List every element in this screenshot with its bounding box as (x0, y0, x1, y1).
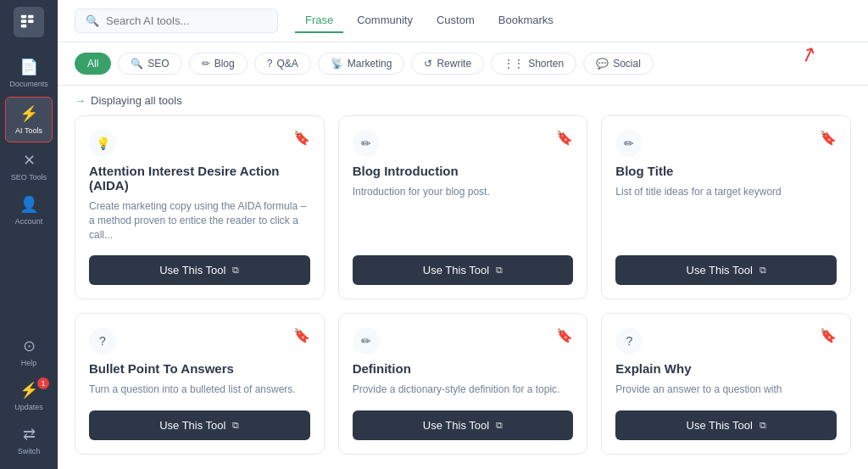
external-link-icon: ⧉ (760, 265, 766, 276)
use-tool-button[interactable]: Use This Tool ⧉ (353, 410, 574, 440)
card-icon: ? (89, 327, 116, 355)
card-title: Blog Title (615, 164, 837, 178)
use-tool-label: Use This Tool (159, 419, 225, 432)
filter-seo[interactable]: 🔍 SEO (118, 53, 181, 75)
card-description: Provide an answer to a question with (615, 382, 837, 397)
seo-filter-icon: 🔍 (131, 58, 143, 70)
shorten-filter-icon: ⋮⋮ (504, 58, 524, 70)
sidebar-item-ai-tools[interactable]: ⚡ AI Tools (5, 97, 53, 142)
bookmark-icon[interactable]: 🔖 (820, 130, 837, 146)
account-icon: 👤 (19, 195, 38, 214)
use-tool-label: Use This Tool (423, 419, 489, 432)
sidebar-item-seo-tools[interactable]: ✕ SEO Tools (0, 144, 58, 188)
filter-rewrite[interactable]: ↺ Rewrite (411, 53, 484, 75)
cards-grid: 💡 🔖 Attention Interest Desire Action (AI… (58, 115, 868, 469)
card-icon: ? (615, 327, 643, 355)
search-icon: 🔍 (86, 14, 99, 27)
svg-rect-2 (21, 25, 26, 28)
card-description: Introduction for your blog post. (353, 185, 574, 242)
filter-shorten[interactable]: ⋮⋮ Shorten (491, 53, 576, 75)
card-definition: ✏ 🔖 Definition Provide a dictionary-styl… (338, 313, 588, 455)
card-bullet-point: ? 🔖 Bullet Point To Answers Turn a quest… (75, 313, 325, 455)
filter-blog[interactable]: ✏ Blog (189, 53, 248, 75)
bookmark-icon[interactable]: 🔖 (556, 327, 573, 343)
sidebar-item-account[interactable]: 👤 Account (0, 188, 58, 232)
marketing-filter-label: Marketing (348, 58, 392, 70)
rewrite-filter-label: Rewrite (437, 58, 471, 70)
filter-all[interactable]: All (75, 53, 111, 75)
card-explain-why: ? 🔖 Explain Why Provide an answer to a q… (601, 313, 851, 455)
external-link-icon: ⧉ (496, 265, 503, 276)
bookmark-icon[interactable]: 🔖 (293, 130, 310, 146)
main-content: ↗ 🔍 Frase Community Custom Bookmarks All… (58, 0, 868, 469)
bookmark-icon[interactable]: 🔖 (293, 327, 310, 343)
bookmark-icon[interactable]: 🔖 (556, 130, 573, 146)
search-box[interactable]: 🔍 (75, 8, 278, 33)
switch-icon: ⇄ (23, 425, 36, 444)
card-blog-intro: ✏ 🔖 Blog Introduction Introduction for y… (338, 115, 588, 299)
header: 🔍 Frase Community Custom Bookmarks (58, 0, 868, 42)
filter-qa[interactable]: ? Q&A (254, 53, 311, 75)
tab-custom[interactable]: Custom (426, 8, 485, 33)
use-tool-button[interactable]: Use This Tool ⧉ (89, 255, 310, 285)
tab-frase[interactable]: Frase (295, 8, 343, 33)
documents-icon: 📄 (19, 58, 38, 76)
use-tool-button[interactable]: Use This Tool ⧉ (89, 410, 310, 440)
sidebar-item-updates-wrapper: ⚡ Updates 1 (0, 374, 58, 418)
svg-rect-3 (28, 15, 33, 19)
displaying-row: → Displaying all tools (58, 86, 868, 115)
rewrite-filter-icon: ↺ (424, 58, 432, 70)
nav-tabs: Frase Community Custom Bookmarks (295, 8, 564, 33)
use-tool-button[interactable]: Use This Tool ⧉ (353, 255, 574, 285)
card-title: Definition (353, 361, 574, 376)
external-link-icon: ⧉ (760, 420, 766, 431)
card-header: ✏ 🔖 (615, 130, 837, 157)
search-input[interactable] (106, 14, 267, 27)
tab-community[interactable]: Community (347, 8, 423, 33)
display-text: Displaying all tools (91, 94, 182, 107)
card-title: Explain Why (615, 361, 837, 376)
qa-filter-label: Q&A (276, 58, 298, 70)
use-tool-button[interactable]: Use This Tool ⧉ (615, 255, 837, 285)
sidebar-item-documents[interactable]: 📄 Documents (0, 51, 58, 95)
filter-social[interactable]: 💬 Social (583, 53, 654, 75)
card-description: Turn a question into a bulleted list of … (89, 382, 310, 397)
card-header: 💡 🔖 (89, 130, 310, 157)
sidebar-item-label: Updates (14, 403, 43, 411)
card-title: Attention Interest Desire Action (AIDA) (89, 164, 310, 193)
card-description: Create marketing copy using the AIDA for… (89, 199, 310, 242)
updates-badge: 1 (37, 377, 49, 389)
card-description: Provide a dictionary-style definition fo… (353, 382, 574, 397)
social-filter-label: Social (613, 58, 641, 70)
sidebar-item-switch[interactable]: ⇄ Switch (0, 418, 58, 462)
card-aida: 💡 🔖 Attention Interest Desire Action (AI… (75, 115, 325, 299)
social-filter-icon: 💬 (596, 58, 609, 70)
sidebar-item-updates[interactable]: ⚡ Updates (0, 374, 58, 418)
sidebar-item-help[interactable]: ⊙ Help (0, 330, 58, 374)
svg-rect-4 (28, 20, 33, 23)
sidebar-item-label: Switch (18, 447, 41, 455)
sidebar-item-label: Help (21, 359, 37, 367)
help-icon: ⊙ (23, 337, 36, 355)
bookmark-icon[interactable]: 🔖 (820, 327, 837, 343)
card-header: ✏ 🔖 (353, 130, 574, 157)
sidebar-item-label: Account (15, 217, 43, 226)
seo-filter-label: SEO (147, 58, 169, 70)
use-tool-label: Use This Tool (687, 264, 753, 276)
sidebar: 📄 Documents ⚡ AI Tools ✕ SEO Tools 👤 Acc… (0, 0, 58, 469)
tab-bookmarks[interactable]: Bookmarks (488, 8, 564, 33)
seo-tools-icon: ✕ (23, 151, 36, 170)
card-header: ? 🔖 (615, 327, 837, 355)
use-tool-label: Use This Tool (687, 419, 753, 432)
card-title: Blog Introduction (353, 164, 574, 178)
external-link-icon: ⧉ (232, 265, 239, 276)
svg-rect-1 (21, 20, 26, 23)
use-tool-button[interactable]: Use This Tool ⧉ (615, 410, 837, 440)
filter-marketing[interactable]: 📡 Marketing (318, 53, 405, 75)
qa-filter-icon: ? (267, 58, 273, 70)
app-logo (14, 7, 44, 37)
use-tool-label: Use This Tool (159, 264, 225, 276)
sidebar-item-label: SEO Tools (11, 173, 47, 181)
card-header: ✏ 🔖 (353, 327, 574, 355)
card-description: List of title ideas for a target keyword (615, 185, 837, 242)
